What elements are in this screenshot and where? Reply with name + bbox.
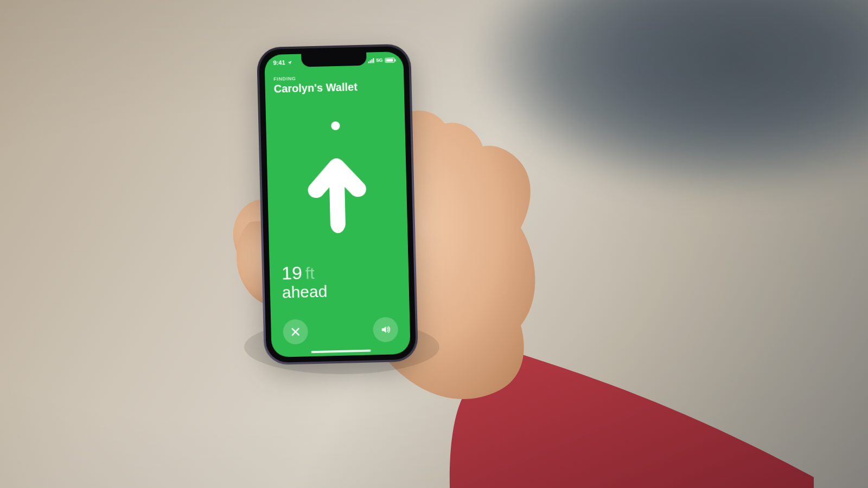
close-icon: [290, 326, 301, 337]
bottom-action-bar: [271, 314, 410, 348]
distance-direction: ahead: [282, 282, 328, 301]
distance-value: 19: [282, 262, 303, 284]
target-dot-icon: [331, 121, 340, 130]
cellular-signal-icon: [368, 58, 374, 63]
home-indicator[interactable]: [311, 350, 371, 354]
background-vignette: [0, 0, 868, 488]
speaker-icon: [380, 324, 391, 335]
direction-arrow-icon: [304, 153, 371, 236]
status-time: 9:41: [273, 59, 285, 66]
phone-device: 9:41 5G FINDING Carolyn's Wallet: [257, 44, 418, 365]
phone-notch: [301, 53, 367, 67]
play-sound-button[interactable]: [373, 317, 398, 342]
finding-header: FINDING Carolyn's Wallet: [273, 73, 395, 94]
item-name-title: Carolyn's Wallet: [273, 80, 395, 94]
location-services-icon: [287, 60, 292, 65]
phone-screen: 9:41 5G FINDING Carolyn's Wallet: [264, 52, 411, 357]
battery-icon: [385, 57, 394, 62]
close-button[interactable]: [283, 319, 308, 344]
distance-unit: ft: [305, 264, 314, 282]
phone-frame: 9:41 5G FINDING Carolyn's Wallet: [257, 44, 418, 365]
distance-readout: 19 ft ahead: [282, 261, 328, 301]
network-type: 5G: [376, 57, 382, 63]
phone-bezel: 9:41 5G FINDING Carolyn's Wallet: [259, 46, 416, 363]
